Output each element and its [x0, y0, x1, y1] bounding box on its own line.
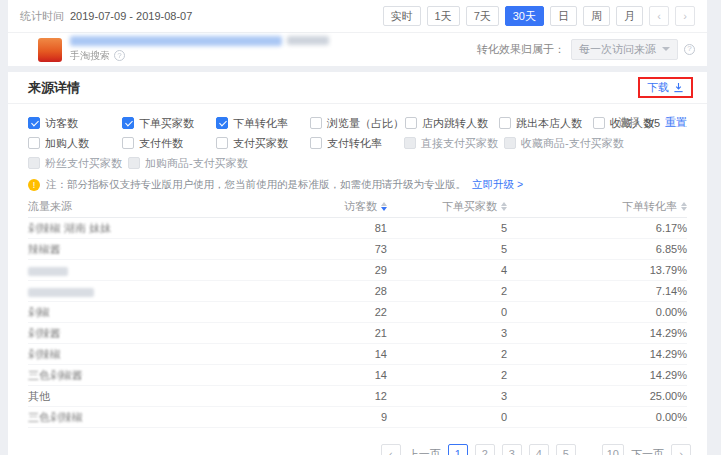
source-table: 流量来源访客数下单买家数下单转化率 剁辣椒 湖南 妹妹8156.17%辣椒酱73… [8, 195, 707, 428]
download-button-label: 下载 [647, 80, 669, 95]
page-button-10[interactable]: 10 [602, 444, 624, 455]
prev-page-label[interactable]: 上一页 [408, 447, 441, 455]
cell-traffic-source: 剁辣椒 湖南 妹妹 [28, 221, 277, 236]
metric-checkbox-访客数[interactable]: 访客数 [28, 116, 122, 131]
metric-checkbox-label: 直接支付买家数 [421, 136, 498, 151]
checkbox-box [28, 157, 40, 169]
column-header-下单转化率[interactable]: 下单转化率 [507, 199, 687, 214]
page-button-1[interactable]: 1 [448, 444, 468, 455]
cell-traffic-source: 三色剁辣椒 [28, 410, 277, 425]
prev-period-button[interactable]: ‹ [649, 6, 669, 26]
metric-checkbox-支付买家数[interactable]: 支付买家数 [216, 136, 310, 151]
sort-icons[interactable] [681, 202, 687, 211]
range-button-日[interactable]: 日 [550, 6, 577, 26]
cell-visitors: 9 [277, 411, 387, 423]
table-row: 三色剁椒酱14214.29% [28, 365, 687, 386]
range-button-1天[interactable]: 1天 [427, 6, 460, 26]
product-thumbnail [38, 38, 62, 62]
table-row: 2827.14% [28, 281, 687, 302]
cell-order-buyers: 3 [387, 327, 507, 339]
checkbox-box[interactable] [310, 137, 322, 149]
cell-order-buyers: 2 [387, 285, 507, 297]
prev-page-button[interactable]: ‹ [381, 444, 401, 455]
page-button-2[interactable]: 2 [475, 444, 495, 455]
range-button-实时[interactable]: 实时 [383, 6, 421, 26]
next-page-label[interactable]: 下一页 [631, 447, 664, 455]
product-info: 手淘搜索 ? [70, 36, 329, 63]
metric-checkbox-浏览量（占比）[interactable]: 浏览量（占比） [310, 116, 405, 131]
checkbox-box[interactable] [310, 117, 322, 129]
reset-link[interactable]: 重置 [665, 115, 687, 130]
toolbar-card: 统计时间 2019-07-09 - 2019-08-07 实时1天7天30天日周… [8, 0, 707, 66]
stat-date-range: 2019-07-09 - 2019-08-07 [70, 10, 192, 22]
range-button-7天[interactable]: 7天 [466, 6, 499, 26]
sort-asc-icon[interactable] [681, 202, 687, 206]
traffic-source-label: 手淘搜索 [70, 49, 110, 63]
download-button[interactable]: 下载 [647, 80, 684, 95]
upgrade-link[interactable]: 立即升级 > [472, 178, 523, 192]
download-highlight-box: 下载 [638, 77, 693, 98]
range-button-月[interactable]: 月 [616, 6, 643, 26]
download-icon [673, 82, 684, 93]
checkbox-box[interactable] [216, 137, 228, 149]
cell-traffic-source: 剁辣椒 [28, 347, 277, 362]
metric-checkbox-label: 店内跳转人数 [422, 116, 488, 131]
cell-visitors: 22 [277, 306, 387, 318]
checkbox-box[interactable] [28, 117, 40, 129]
metric-checkbox-下单转化率[interactable]: 下单转化率 [216, 116, 310, 131]
cell-conversion: 25.00% [507, 390, 687, 402]
next-page-button[interactable]: › [671, 444, 691, 455]
checkbox-box[interactable] [593, 117, 605, 129]
metric-checkbox-店内跳转人数[interactable]: 店内跳转人数 [405, 116, 499, 131]
metric-checkbox-label: 支付转化率 [327, 136, 382, 151]
checkbox-box[interactable] [122, 117, 134, 129]
checkbox-box[interactable] [216, 117, 228, 129]
checkbox-box[interactable] [405, 117, 417, 129]
cell-order-buyers: 3 [387, 390, 507, 402]
help-icon[interactable]: ? [684, 44, 695, 55]
next-page-icon: › [679, 448, 683, 455]
select-count: 3/5 [645, 117, 660, 129]
page-button-3[interactable]: 3 [502, 444, 522, 455]
cell-traffic-source [28, 264, 277, 276]
range-button-周[interactable]: 周 [583, 6, 610, 26]
source-name: 剁辣椒 湖南 妹妹 [28, 222, 111, 234]
stat-time-label: 统计时间 [20, 9, 64, 24]
attribution-setting: 转化效果归属于： 每一次访问来源 ? [477, 33, 695, 65]
column-header-下单买家数[interactable]: 下单买家数 [387, 199, 507, 214]
cell-traffic-source: 辣椒酱 [28, 242, 277, 257]
checkbox-box[interactable] [499, 117, 511, 129]
dropdown-caret-icon [662, 47, 670, 51]
range-button-30天[interactable]: 30天 [505, 6, 544, 26]
help-icon[interactable]: ? [114, 50, 125, 61]
cell-traffic-source: 剁辣酱 [28, 326, 277, 341]
page-button-5[interactable]: 5 [556, 444, 576, 455]
checkbox-box[interactable] [122, 137, 134, 149]
column-header-访客数[interactable]: 访客数 [277, 199, 387, 214]
cell-order-buyers: 0 [387, 306, 507, 318]
metric-checkbox-加购人数[interactable]: 加购人数 [28, 136, 122, 151]
source-name-redacted [28, 288, 94, 297]
metric-checkbox-支付件数[interactable]: 支付件数 [122, 136, 216, 151]
date-range-buttons: 实时1天7天30天日周月 ‹ › [383, 6, 696, 26]
page-button-4[interactable]: 4 [529, 444, 549, 455]
metric-checkbox-label: 浏览量（占比） [327, 116, 404, 131]
table-row: 剁椒2200.00% [28, 302, 687, 323]
cell-conversion: 6.17% [507, 222, 687, 234]
pagination: ‹上一页12345…10下一页› [381, 444, 691, 455]
cell-conversion: 6.85% [507, 243, 687, 255]
table-row: 其他12325.00% [28, 386, 687, 407]
product-title-redacted [70, 36, 282, 46]
checkbox-box[interactable] [28, 137, 40, 149]
attribution-select[interactable]: 每一次访问来源 [571, 39, 678, 60]
metric-checkbox-跳出本店人数[interactable]: 跳出本店人数 [499, 116, 593, 131]
cell-visitors: 81 [277, 222, 387, 234]
column-header-label: 下单买家数 [442, 199, 497, 214]
sort-desc-icon[interactable] [681, 207, 687, 211]
metric-checkbox-下单买家数[interactable]: 下单买家数 [122, 116, 216, 131]
cell-traffic-source: 其他 [28, 389, 277, 404]
metric-checkbox-支付转化率[interactable]: 支付转化率 [310, 136, 404, 151]
next-period-button[interactable]: › [675, 6, 695, 26]
metric-checkbox-粉丝支付买家数: 粉丝支付买家数 [28, 156, 128, 171]
prev-arrow-icon: ‹ [657, 10, 661, 22]
